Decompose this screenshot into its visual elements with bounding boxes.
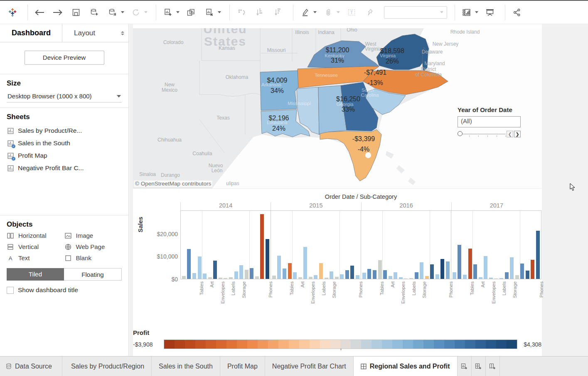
sales-bar[interactable] [458,245,461,279]
sheet-list-item[interactable]: Sales by Product/Re... [7,125,122,137]
sales-bar[interactable] [250,268,253,279]
sales-bar[interactable] [479,277,482,279]
sales-bar[interactable] [505,272,509,279]
sales-bar[interactable] [520,264,524,279]
sales-bar[interactable] [409,278,413,279]
fit-selector[interactable] [384,6,447,19]
sales-bar[interactable] [335,277,339,279]
profit-map-panel[interactable]: ColoradoKansasMissouriIllinoisIndianaOhi… [133,28,541,189]
sales-bar[interactable] [526,271,529,279]
sales-bar[interactable] [288,263,292,279]
sales-bar[interactable] [245,270,248,279]
object-item-image[interactable]: Image [64,232,122,239]
sales-bar[interactable] [203,273,207,279]
sales-bar[interactable] [277,256,281,279]
sales-bar[interactable] [283,269,286,279]
sort-ascending-button[interactable] [252,5,267,20]
collapse-arrows-icon[interactable] [121,31,124,35]
sales-bar[interactable] [484,256,487,279]
presentation-mode-button[interactable] [482,5,497,20]
redo-button[interactable] [50,5,65,20]
new-worksheet-button[interactable] [160,5,175,20]
legend-gradient[interactable] [164,339,517,349]
sales-bar[interactable] [378,260,382,279]
sales-bar[interactable] [345,270,349,279]
sales-bar[interactable] [415,272,418,279]
sales-bar[interactable] [430,264,434,279]
sales-bar[interactable] [260,214,264,279]
slider-prev-button[interactable]: ❮ [507,131,513,137]
sales-bar[interactable] [399,277,403,279]
new-worksheet-caret[interactable] [176,11,180,13]
floating-button[interactable]: Floating [64,268,122,281]
sales-bar[interactable] [330,271,333,279]
year-filter-slider[interactable]: ❮ ❯ [458,131,521,137]
run-update-button[interactable] [128,5,143,20]
share-button[interactable] [509,5,524,20]
highlight-button[interactable] [298,5,312,20]
sales-bar[interactable] [468,249,472,279]
object-item-horizontal[interactable]: Horizontal [7,232,64,239]
device-preview-button[interactable]: Device Preview [25,51,104,65]
sales-bar[interactable] [435,274,439,279]
sales-bar[interactable] [229,277,233,279]
sales-bar[interactable] [234,271,238,279]
slider-next-button[interactable]: ❯ [514,131,521,137]
object-item-blank[interactable]: Blank [64,254,122,261]
sales-bar[interactable] [494,278,498,279]
swap-rows-columns-button[interactable] [234,5,249,20]
sales-bar[interactable] [389,276,392,279]
sales-bar[interactable] [239,265,243,279]
object-item-text[interactable]: AText [7,254,64,261]
run-update-caret[interactable] [144,11,148,13]
sales-bar[interactable] [356,275,359,279]
sales-bar[interactable] [453,272,456,279]
text-label-button[interactable]: T [344,5,359,20]
sort-descending-button[interactable] [271,5,285,20]
sales-bar[interactable] [420,262,423,279]
show-me-button[interactable] [459,5,474,20]
tab-regional-sales-and-profit[interactable]: Regional Sales and Profit [354,356,458,376]
object-item-vertical[interactable]: Vertical [7,243,64,250]
sales-bar[interactable] [224,278,227,279]
sales-bar[interactable] [446,261,450,279]
duplicate-sheet-button[interactable] [184,5,199,20]
clear-sheet-button[interactable] [202,5,217,20]
clear-sheet-caret[interactable] [218,11,221,13]
tableau-logo-icon[interactable] [5,5,20,20]
sheet-list-item[interactable]: ✓Profit Map [7,149,122,162]
object-item-web-page[interactable]: Web Page [64,243,122,250]
sales-bar[interactable] [536,231,540,279]
undo-button[interactable] [32,5,47,20]
sales-bar[interactable] [198,256,202,279]
highlight-caret[interactable] [313,11,317,13]
sales-bar[interactable] [219,278,222,279]
tab-dashboard[interactable]: Dashboard [0,24,62,42]
sales-bar[interactable] [367,269,371,279]
sales-bar[interactable] [266,239,269,279]
tab-data-source[interactable]: Data Source [0,356,62,376]
sales-bar[interactable] [515,275,519,279]
new-datasource-button[interactable] [87,5,102,20]
sales-bar[interactable] [303,247,307,279]
sales-bar[interactable] [325,278,328,279]
sales-bar[interactable] [473,264,477,279]
sales-bar[interactable] [394,272,397,279]
tab-layout[interactable]: Layout [62,24,128,42]
sales-bar[interactable] [319,263,323,279]
slider-knob[interactable] [458,131,463,136]
sales-bar[interactable] [489,278,493,279]
sales-bar[interactable] [373,270,376,279]
sales-bar[interactable] [192,273,196,279]
sales-bar[interactable] [425,276,429,279]
sales-bar[interactable] [255,276,259,279]
slider-track[interactable] [458,131,506,137]
sales-bar[interactable] [350,266,354,279]
tab-negative-profit-bar-chart[interactable]: Negative Profit Bar Chart [265,356,354,376]
size-dropdown[interactable]: Desktop Browser (1000 x 800) [7,91,122,103]
sales-bar[interactable] [404,278,408,279]
sales-bar[interactable] [182,276,186,279]
tab-sales-in-the-south[interactable]: Sales in the South [152,356,220,376]
sales-bar[interactable] [362,273,366,279]
show-dashboard-title-checkbox[interactable] [7,287,14,294]
